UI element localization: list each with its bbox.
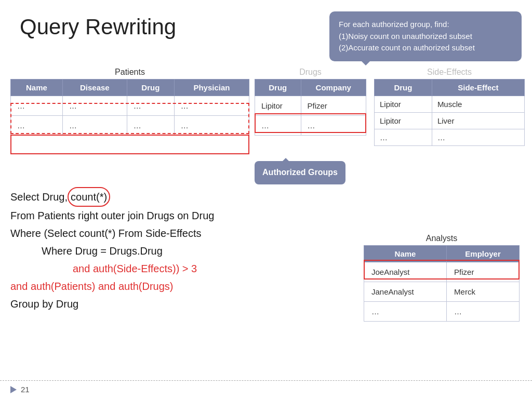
sideeffects-row-2: Lipitor Liver bbox=[375, 113, 525, 129]
authorized-groups-label: Authorized Groups bbox=[262, 168, 338, 177]
footer-divider bbox=[0, 380, 532, 381]
sideeffects-label: Side-Effects bbox=[374, 68, 525, 77]
authorized-groups-bubble: Authorized Groups bbox=[255, 161, 345, 184]
sideeffects-cell-2-1: Lipitor bbox=[375, 113, 432, 129]
callout-line2: (1)Noisy count on unauthorized subset bbox=[339, 32, 472, 41]
sql-line-7: Group by Drug bbox=[10, 295, 353, 313]
drugs-row-2: … … bbox=[255, 116, 366, 136]
patients-col-drug: Drug bbox=[127, 79, 174, 96]
patients-cell-2-1: … bbox=[11, 116, 63, 136]
callout-line1: For each authorized group, find: bbox=[339, 20, 449, 29]
sql-line-3: Where (Select count(*) From Side-Effects bbox=[10, 224, 353, 242]
patients-cell-2-3: … bbox=[127, 116, 174, 136]
sql-line-6: and auth(Patients) and auth(Drugs) bbox=[10, 277, 353, 295]
sql-line-2: From Patients right outer join Drugs on … bbox=[10, 207, 353, 224]
analysts-cell-2-2: Merck bbox=[447, 282, 520, 302]
analysts-row-2: JaneAnalyst Merck bbox=[364, 282, 520, 302]
drugs-table: Drug Company Lipitor Pfizer … … bbox=[255, 79, 366, 136]
analysts-cell-1-2: Pfizer bbox=[447, 262, 520, 282]
patients-table: Name Disease Drug Physician … … … … … … … bbox=[10, 79, 249, 136]
footer-arrow-icon bbox=[10, 386, 17, 393]
patients-cell-1-2: … bbox=[62, 96, 127, 116]
sideeffects-row-3: … … bbox=[375, 129, 525, 146]
patients-label: Patients bbox=[10, 68, 249, 77]
analysts-col-employer: Employer bbox=[447, 246, 520, 262]
patients-cell-2-2: … bbox=[62, 116, 127, 136]
analysts-section: Analysts Name Employer JoeAnalyst Pfizer… bbox=[364, 234, 520, 322]
sideeffects-col-drug: Drug bbox=[375, 79, 432, 96]
drugs-header-row: Drug Company bbox=[255, 79, 366, 96]
drugs-label: Drugs bbox=[255, 68, 366, 77]
sideeffects-cell-2-2: Liver bbox=[432, 113, 524, 129]
analysts-col-name: Name bbox=[364, 246, 447, 262]
analysts-cell-2-1: JaneAnalyst bbox=[364, 282, 447, 302]
drugs-cell-1-2: Pfizer bbox=[301, 96, 366, 116]
sql-line-5: and auth(Side-Effects)) > 3 bbox=[10, 260, 353, 277]
analysts-row-3: … … bbox=[364, 302, 520, 322]
patients-col-name: Name bbox=[11, 79, 63, 96]
analysts-table: Name Employer JoeAnalyst Pfizer JaneAnal… bbox=[364, 245, 520, 322]
sideeffects-cell-3-2: … bbox=[432, 129, 524, 146]
analysts-row-1: JoeAnalyst Pfizer bbox=[364, 262, 520, 282]
sql-count-circle: count(*) bbox=[68, 187, 110, 207]
patients-col-disease: Disease bbox=[62, 79, 127, 96]
patients-section: Patients Name Disease Drug Physician … …… bbox=[10, 68, 249, 136]
patients-row-1: … … … … bbox=[11, 96, 249, 116]
sideeffects-header-row: Drug Side-Effect bbox=[375, 79, 525, 96]
sideeffects-section: Side-Effects Drug Side-Effect Lipitor Mu… bbox=[374, 68, 525, 146]
analysts-header-row: Name Employer bbox=[364, 246, 520, 262]
drugs-section: Drugs Drug Company Lipitor Pfizer … … bbox=[255, 68, 366, 136]
patients-cell-2-4: … bbox=[174, 116, 249, 136]
footer: 21 bbox=[10, 385, 30, 394]
patients-col-physician: Physician bbox=[174, 79, 249, 96]
sql-line-4: Where Drug = Drugs.Drug bbox=[10, 242, 353, 260]
sideeffects-table: Drug Side-Effect Lipitor Muscle Lipitor … bbox=[374, 79, 525, 146]
drugs-col-drug: Drug bbox=[255, 79, 301, 96]
analysts-cell-3-2: … bbox=[447, 302, 520, 322]
patients-row-2: … … … … bbox=[11, 116, 249, 136]
patients-cell-1-4: … bbox=[174, 96, 249, 116]
drugs-cell-1-1: Lipitor bbox=[255, 96, 301, 116]
drugs-row-1: Lipitor Pfizer bbox=[255, 96, 366, 116]
patients-cell-1-3: … bbox=[127, 96, 174, 116]
sql-block: Select Drug,count(*) From Patients right… bbox=[10, 187, 353, 313]
analysts-label: Analysts bbox=[364, 234, 520, 243]
sql-select-prefix: Select Drug, bbox=[10, 191, 68, 203]
drugs-cell-2-2: … bbox=[301, 116, 366, 136]
patients-cell-1-1: … bbox=[11, 96, 63, 116]
analysts-cell-1-1: JoeAnalyst bbox=[364, 262, 447, 282]
sideeffects-col-effect: Side-Effect bbox=[432, 79, 524, 96]
sideeffects-cell-1-1: Lipitor bbox=[375, 96, 432, 113]
patients-solid-highlight bbox=[10, 135, 249, 154]
analysts-cell-3-1: … bbox=[364, 302, 447, 322]
footer-page-number: 21 bbox=[21, 385, 30, 394]
page-title: Query Rewriting bbox=[20, 15, 176, 39]
sideeffects-cell-3-1: … bbox=[375, 129, 432, 146]
callout-bubble: For each authorized group, find: (1)Nois… bbox=[329, 11, 522, 61]
patients-header-row: Name Disease Drug Physician bbox=[11, 79, 249, 96]
sideeffects-row-1: Lipitor Muscle bbox=[375, 96, 525, 113]
sql-line-1: Select Drug,count(*) bbox=[10, 187, 353, 207]
sideeffects-cell-1-2: Muscle bbox=[432, 96, 524, 113]
drugs-cell-2-1: … bbox=[255, 116, 301, 136]
drugs-col-company: Company bbox=[301, 79, 366, 96]
callout-line3: (2)Accurate count on authorized subset bbox=[339, 43, 475, 52]
